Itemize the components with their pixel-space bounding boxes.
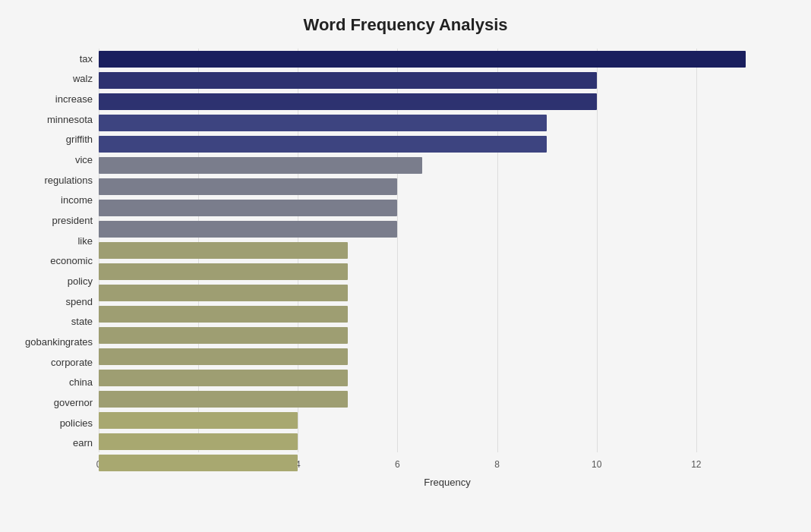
- bar-row-corporate: [99, 367, 796, 389]
- bar-corporate: [99, 370, 348, 386]
- bar-china: [99, 391, 348, 408]
- bar-state: [99, 327, 348, 344]
- bar-president: [99, 221, 397, 238]
- bar-increase: [99, 93, 597, 110]
- bar-row-minnesota: [99, 112, 796, 134]
- bar-like: [99, 242, 348, 259]
- bar-row-income: [99, 197, 796, 219]
- y-label-president: president: [52, 210, 93, 231]
- y-axis-labels: taxwalzincreaseminnesotagriffithviceregu…: [15, 49, 99, 474]
- y-label-spend: spend: [66, 291, 93, 312]
- y-label-regulations: regulations: [44, 170, 93, 190]
- bar-row-policy: [99, 282, 796, 304]
- bar-row-china: [99, 389, 796, 410]
- bar-spend: [99, 306, 348, 323]
- bars-area: Frequency 024681012: [99, 49, 796, 474]
- bar-row-increase: [99, 91, 796, 112]
- y-label-economic: economic: [50, 251, 93, 272]
- y-label-tax: tax: [80, 49, 93, 69]
- y-label-income: income: [61, 190, 93, 211]
- bar-row-state: [99, 325, 796, 346]
- bars-wrapper: [99, 49, 796, 474]
- bar-policies: [99, 433, 298, 450]
- bar-row-policies: [99, 431, 796, 452]
- y-label-earn: earn: [73, 433, 93, 453]
- bar-vice: [99, 157, 422, 174]
- x-axis: Frequency 024681012: [99, 474, 796, 474]
- y-label-increase: increase: [55, 89, 93, 109]
- bar-minnesota: [99, 115, 547, 131]
- bar-row-governor: [99, 410, 796, 431]
- bar-governor: [99, 412, 298, 429]
- bar-row-spend: [99, 304, 796, 325]
- bar-gobankingrates: [99, 348, 348, 365]
- bar-income: [99, 200, 397, 216]
- y-label-state: state: [71, 312, 93, 332]
- bar-policy: [99, 285, 348, 301]
- y-label-governor: governor: [54, 392, 93, 413]
- y-label-policy: policy: [68, 271, 93, 291]
- y-label-like: like: [77, 231, 93, 251]
- x-axis-label: Frequency: [424, 477, 470, 488]
- bar-row-tax: [99, 49, 796, 70]
- bar-row-earn: [99, 452, 796, 474]
- y-label-china: china: [69, 373, 93, 393]
- bar-row-president: [99, 219, 796, 240]
- bar-row-economic: [99, 261, 796, 282]
- chart-title: Word Frequency Analysis: [15, 15, 796, 35]
- bar-row-vice: [99, 155, 796, 176]
- y-label-minnesota: minnesota: [47, 109, 93, 130]
- bar-economic: [99, 263, 348, 280]
- y-label-griffith: griffith: [66, 130, 93, 150]
- y-label-policies: policies: [60, 413, 93, 433]
- y-label-corporate: corporate: [51, 352, 93, 373]
- y-label-gobankingrates: gobankingrates: [25, 332, 93, 352]
- bar-griffith: [99, 136, 547, 153]
- y-label-walz: walz: [73, 69, 93, 90]
- bar-walz: [99, 72, 597, 89]
- bar-regulations: [99, 178, 397, 195]
- y-label-vice: vice: [75, 150, 93, 170]
- chart-container: Word Frequency Analysis taxwalzincreasem…: [0, 0, 811, 532]
- bar-row-like: [99, 240, 796, 261]
- bar-row-walz: [99, 70, 796, 91]
- bar-row-gobankingrates: [99, 346, 796, 367]
- bar-row-griffith: [99, 134, 796, 155]
- bar-row-regulations: [99, 176, 796, 197]
- bar-tax: [99, 51, 746, 68]
- chart-area: taxwalzincreaseminnesotagriffithviceregu…: [15, 49, 796, 474]
- bar-earn: [99, 455, 298, 471]
